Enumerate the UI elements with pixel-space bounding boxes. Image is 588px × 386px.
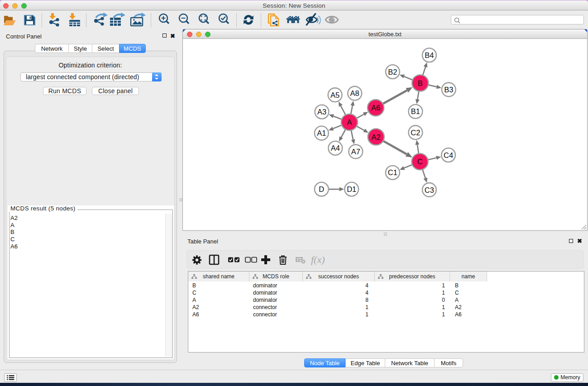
svg-text:B2: B2 [388,68,397,76]
svg-text:D1: D1 [347,185,356,193]
svg-text:A1: A1 [317,129,326,137]
svg-text:A4: A4 [331,144,340,152]
svg-text:B4: B4 [425,51,434,59]
svg-text:A3: A3 [317,108,326,116]
svg-text:C1: C1 [388,168,397,176]
svg-text:C3: C3 [425,186,434,194]
svg-text:D: D [319,185,324,193]
svg-text:B3: B3 [444,86,453,94]
svg-text:C: C [417,157,423,166]
svg-text:B: B [418,79,423,87]
svg-text:A6: A6 [371,104,380,112]
svg-text:B1: B1 [411,107,420,115]
svg-text:C2: C2 [411,129,420,137]
svg-text:A7: A7 [351,148,360,156]
svg-text:A5: A5 [330,91,339,99]
svg-text:A2: A2 [372,133,381,141]
svg-text:A: A [347,118,352,126]
svg-text:f(x): f(x) [311,254,325,265]
svg-text:C4: C4 [444,151,453,159]
svg-text:A8: A8 [350,89,359,97]
